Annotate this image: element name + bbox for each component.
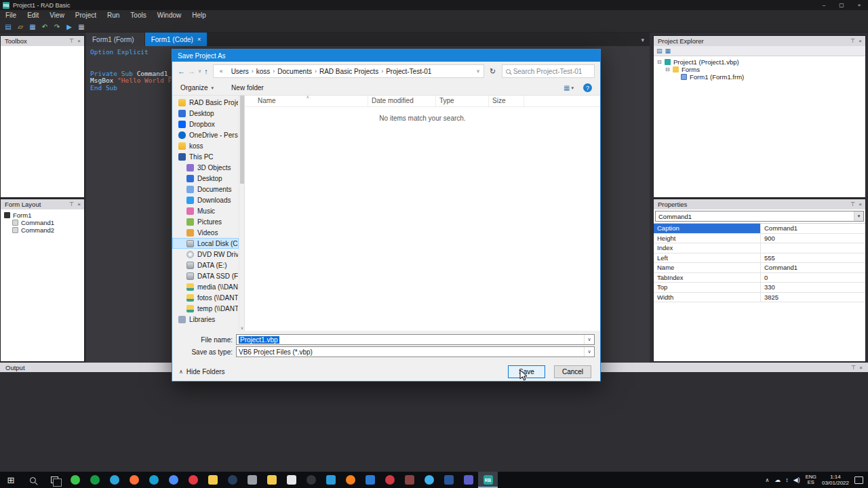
volume-icon[interactable]: ◀) — [793, 476, 800, 483]
close-icon[interactable]: × — [77, 38, 81, 44]
sidebar-place-item[interactable]: temp (\\DANT — [172, 303, 239, 314]
address-chevron-icon[interactable]: ∨ — [477, 68, 480, 74]
menu-item[interactable]: Edit — [22, 10, 44, 21]
taskbar-search-button[interactable] — [22, 472, 43, 488]
cancel-button[interactable]: Cancel — [554, 365, 591, 378]
chrome-icon[interactable] — [163, 472, 183, 488]
sidebar-place-item[interactable]: RAD Basic Projects — [172, 97, 239, 108]
property-row[interactable]: Left 555 — [654, 253, 865, 264]
open-project-icon[interactable]: ▱ — [15, 22, 26, 32]
sidebar-place-item[interactable]: Dropbox — [172, 119, 239, 129]
sidebar-place-item[interactable]: Documents — [172, 184, 239, 195]
pin-icon[interactable]: ⊤ — [850, 201, 855, 207]
vlc-icon[interactable] — [340, 472, 360, 488]
document-tab[interactable]: Form1 (Form) — [86, 33, 144, 46]
start-button[interactable]: ⊞ — [0, 472, 22, 488]
property-row[interactable]: Width 3825 — [654, 293, 865, 303]
property-value[interactable] — [761, 243, 865, 253]
breadcrumb-item[interactable]: koss — [256, 68, 271, 75]
camera-icon[interactable] — [242, 472, 262, 488]
menu-item[interactable]: Run — [102, 10, 125, 21]
menu-item[interactable]: View — [44, 10, 70, 21]
folder-icon[interactable] — [262, 472, 281, 488]
sidebar-place-item[interactable]: DVD RW Drive — [172, 249, 239, 260]
sidebar-scrollbar[interactable]: ∨ — [239, 96, 244, 331]
media-player-icon[interactable] — [380, 472, 399, 488]
teams-icon[interactable] — [458, 472, 478, 488]
sidebar-place-item[interactable]: Videos — [172, 227, 239, 238]
notepad-icon[interactable] — [281, 472, 301, 488]
onedrive-cloud-icon[interactable]: ☁ — [774, 476, 781, 483]
property-value[interactable]: 3825 — [761, 293, 865, 302]
pin-icon[interactable]: ⊤ — [850, 38, 855, 44]
search-input[interactable]: Search Project-Test-01 — [502, 64, 595, 78]
breadcrumb[interactable]: « Users › koss — [213, 64, 484, 78]
property-row[interactable]: Name Command1 — [654, 263, 865, 273]
redo-icon[interactable]: ↷ — [52, 22, 62, 32]
breadcrumb-item[interactable]: Documents — [277, 68, 312, 75]
word-icon[interactable] — [439, 472, 458, 488]
undo-icon[interactable]: ↶ — [39, 22, 50, 32]
property-value[interactable]: 555 — [761, 253, 865, 263]
breadcrumb-item[interactable]: Users — [231, 68, 249, 75]
pin-icon[interactable]: ⊤ — [851, 365, 856, 371]
property-row[interactable]: Height 900 — [654, 234, 865, 244]
run-icon[interactable]: ▶ — [64, 22, 75, 32]
sidebar-place-item[interactable]: media (\\DANT — [172, 281, 239, 292]
property-value[interactable]: 330 — [761, 283, 865, 292]
new-folder-button[interactable]: New folder — [231, 84, 264, 92]
sidebar-place-item[interactable]: OneDrive - Personal — [172, 129, 239, 140]
photos-icon[interactable] — [360, 472, 380, 488]
tab-overflow-chevron-icon[interactable]: ▾ — [641, 37, 650, 46]
firefox-icon[interactable] — [124, 472, 144, 488]
tree-item[interactable]: ⊟ Forms — [654, 66, 865, 73]
language-indicator[interactable]: ENG ES — [806, 474, 816, 485]
menu-item[interactable]: Help — [186, 10, 212, 21]
file-explorer-icon[interactable] — [203, 472, 222, 488]
refresh-icon[interactable]: ↻ — [487, 67, 499, 76]
sidebar-place-item[interactable]: Local Disk (C:) — [172, 238, 239, 249]
column-header[interactable]: Type — [436, 96, 489, 106]
tab-close-icon[interactable]: × — [197, 36, 201, 43]
edge-icon[interactable] — [144, 472, 163, 488]
sidebar-place-item[interactable]: This PC — [172, 151, 239, 162]
sidebar-place-item[interactable]: Libraries — [172, 314, 239, 325]
task-view-button[interactable] — [43, 472, 65, 488]
tree-item[interactable]: Command2 — [1, 226, 84, 234]
opera-icon[interactable] — [183, 472, 203, 488]
spotify-icon[interactable] — [85, 472, 104, 488]
expander-icon[interactable]: ⊟ — [665, 66, 671, 73]
sidebar-place-item[interactable]: Desktop — [172, 108, 239, 119]
save-as-type-select[interactable]: VB6 Project Files (*.vbp) ∨ — [236, 346, 595, 357]
file-list[interactable]: ∧ Name Date modified Type — [244, 96, 600, 331]
save-button[interactable]: Save — [508, 365, 545, 378]
tray-chevron-up-icon[interactable]: ∧ — [765, 477, 769, 483]
steam-icon[interactable] — [222, 472, 242, 488]
action-center-icon[interactable] — [854, 476, 863, 484]
sidebar-place-item[interactable]: DATA (E:) — [172, 260, 239, 270]
maximize-button[interactable]: ▢ — [833, 0, 850, 10]
property-row[interactable]: Index — [654, 243, 865, 253]
column-header[interactable]: Size — [489, 96, 524, 106]
sidebar-place-item[interactable]: Music — [172, 205, 239, 216]
close-icon[interactable]: × — [859, 38, 862, 44]
obs-icon[interactable] — [301, 472, 321, 488]
close-icon[interactable]: × — [77, 201, 81, 207]
dialog-titlebar[interactable]: Save Project As — [172, 49, 600, 62]
breadcrumb-item[interactable]: RAD Basic Projects — [319, 68, 378, 75]
up-icon[interactable]: ↑ — [204, 67, 208, 75]
internet-explorer-icon[interactable] — [419, 472, 439, 488]
menu-item[interactable]: Project — [70, 10, 102, 21]
clock[interactable]: 1:14 03/01/2022 — [822, 474, 849, 487]
object-selector-combobox[interactable]: Command1 ▾ — [655, 211, 864, 222]
sidebar-place-item[interactable]: koss — [172, 140, 239, 151]
tree-item[interactable]: ⊟ Project1 (Project1.vbp) — [654, 58, 865, 66]
property-value[interactable]: Command1 — [761, 263, 865, 272]
view-code-icon[interactable]: ▤ — [656, 47, 663, 54]
new-form-icon[interactable]: ▤ — [3, 22, 14, 32]
menu-item[interactable]: File — [0, 10, 22, 21]
property-value[interactable]: 900 — [761, 234, 865, 243]
forward-icon[interactable]: → — [188, 67, 195, 75]
sidebar-place-item[interactable]: Pictures — [172, 216, 239, 227]
hide-folders-button[interactable]: ∧ Hide Folders — [179, 368, 225, 375]
